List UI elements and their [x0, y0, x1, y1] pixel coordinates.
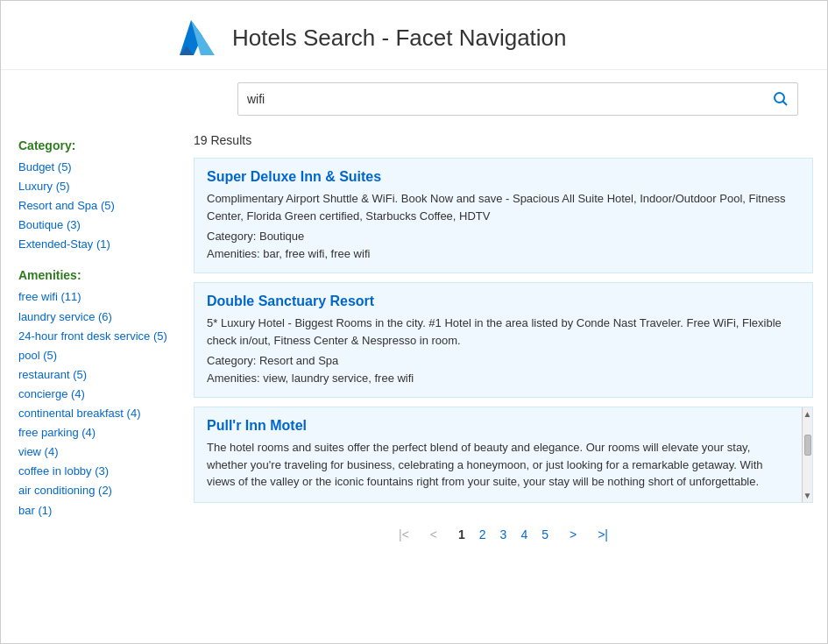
pagination-page-3[interactable]: 3 [493, 524, 514, 545]
scroll-thumb[interactable] [804, 435, 811, 456]
pagination: |< < 12345 > >| [194, 512, 813, 554]
page-title: Hotels Search - Facet Navigation [232, 25, 567, 52]
category-facet-item[interactable]: Boutique (3) [18, 216, 171, 235]
amenity-facet-item[interactable]: continental breakfast (4) [18, 404, 171, 423]
category-facet-item[interactable]: Extended-Stay (1) [18, 235, 171, 254]
header: Hotels Search - Facet Navigation [1, 1, 827, 70]
svg-point-3 [775, 93, 784, 103]
svg-line-4 [783, 102, 788, 106]
pagination-page-5[interactable]: 5 [534, 524, 556, 545]
result-category: Category: Boutique [207, 228, 800, 245]
search-area [1, 70, 827, 124]
pagination-page-2[interactable]: 2 [472, 524, 493, 545]
result-category: Category: Resort and Spa [207, 352, 800, 370]
search-bar [237, 82, 798, 116]
results-count: 19 Results [194, 133, 813, 147]
category-facet-item[interactable]: Luxury (5) [18, 177, 171, 196]
result-amenities: Amenities: view, laundry service, free w… [207, 370, 800, 387]
category-facet-item[interactable]: Resort and Spa (5) [18, 196, 171, 216]
result-card: Pull'r Inn MotelThe hotel rooms and suit… [194, 407, 813, 503]
scroll-down-button[interactable]: ▼ [802, 489, 813, 502]
amenity-facet-item[interactable]: pool (5) [18, 346, 171, 365]
result-title[interactable]: Super Deluxe Inn & Suites [207, 169, 800, 185]
category-facet-list: Budget (5)Luxury (5)Resort and Spa (5)Bo… [18, 158, 171, 254]
amenity-facet-item[interactable]: view (4) [18, 442, 171, 462]
pagination-last[interactable]: >| [591, 524, 615, 545]
amenity-facet-item[interactable]: 24-hour front desk service (5) [18, 327, 171, 346]
result-description: The hotel rooms and suites offer the per… [207, 439, 786, 491]
results-area: 19 Results Super Deluxe Inn & SuitesComp… [185, 124, 827, 563]
category-facet-item[interactable]: Budget (5) [18, 158, 171, 177]
amenities-section-title: Amenities: [18, 268, 171, 282]
pagination-page-1[interactable]: 1 [451, 524, 472, 545]
amenity-facet-item[interactable]: free wifi (11) [18, 287, 171, 307]
amenity-facet-item[interactable]: concierge (4) [18, 385, 171, 404]
pagination-next[interactable]: > [563, 524, 584, 545]
result-description: 5* Luxury Hotel - Biggest Rooms in the c… [207, 315, 800, 349]
amenity-facet-item[interactable]: restaurant (5) [18, 365, 171, 385]
amenities-facet-list: free wifi (11)laundry service (6)24-hour… [18, 287, 171, 520]
scroll-up-button[interactable]: ▲ [802, 407, 813, 421]
azure-logo-icon [176, 17, 218, 59]
result-card: Super Deluxe Inn & SuitesComplimentary A… [194, 158, 813, 273]
pagination-first[interactable]: |< [392, 524, 416, 545]
scroll-bar: ▲▼ [802, 407, 812, 502]
main-layout: Category: Budget (5)Luxury (5)Resort and… [1, 124, 827, 563]
amenity-facet-item[interactable]: free parking (4) [18, 423, 171, 442]
result-description: Complimentary Airport Shuttle & WiFi. Bo… [207, 190, 800, 224]
search-icon [773, 91, 789, 107]
result-card: Double Sanctuary Resort5* Luxury Hotel -… [194, 282, 813, 398]
result-title[interactable]: Double Sanctuary Resort [207, 294, 800, 309]
amenity-facet-item[interactable]: laundry service (6) [18, 308, 171, 327]
amenity-facet-item[interactable]: air conditioning (2) [18, 481, 171, 500]
sidebar: Category: Budget (5)Luxury (5)Resort and… [1, 124, 185, 563]
pagination-prev[interactable]: < [423, 524, 444, 545]
result-cards: Super Deluxe Inn & SuitesComplimentary A… [194, 158, 813, 503]
search-button[interactable] [764, 91, 797, 107]
amenity-facet-item[interactable]: bar (1) [18, 501, 171, 520]
result-title[interactable]: Pull'r Inn Motel [207, 418, 786, 434]
category-section-title: Category: [18, 138, 171, 152]
amenity-facet-item[interactable]: coffee in lobby (3) [18, 462, 171, 481]
result-amenities: Amenities: bar, free wifi, free wifi [207, 245, 800, 263]
pagination-page-4[interactable]: 4 [513, 524, 534, 545]
search-input[interactable] [238, 92, 764, 106]
